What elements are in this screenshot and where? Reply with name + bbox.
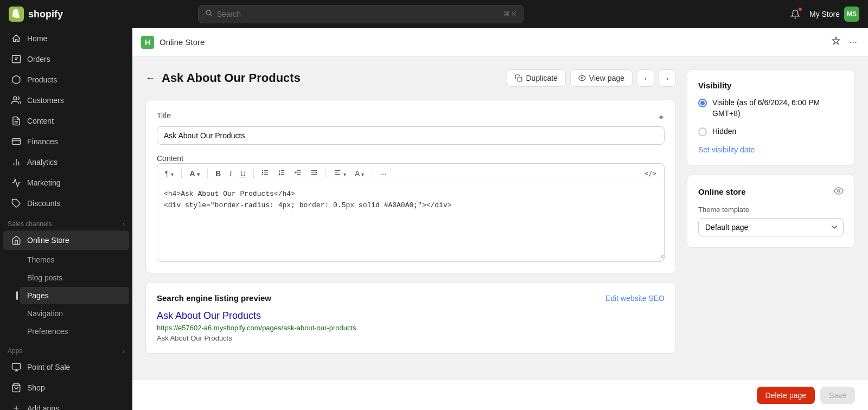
toolbar-ol-btn[interactable]	[275, 167, 289, 180]
sidebar-item-shop[interactable]: Shop	[3, 378, 129, 398]
page-header-actions: ···	[829, 34, 859, 50]
content-label: Content	[27, 117, 54, 125]
sidebar-item-discounts[interactable]: Discounts	[3, 194, 129, 213]
svg-point-2	[14, 97, 17, 100]
sidebar-item-online-store[interactable]: Online Store	[3, 230, 129, 250]
toolbar-italic-btn[interactable]: I	[226, 168, 235, 180]
title-row: Title ✦	[157, 111, 665, 123]
hidden-option[interactable]: Hidden	[698, 126, 844, 137]
sidebar: Home Orders Products Customers Content	[0, 28, 132, 410]
sidebar-item-products[interactable]: Products	[3, 70, 129, 89]
back-button[interactable]: ←	[145, 73, 155, 84]
toolbar-indent-more-btn[interactable]	[307, 167, 321, 180]
page-actions: Duplicate View page ‹ ›	[507, 69, 676, 87]
apps-chevron[interactable]: ›	[123, 347, 125, 355]
page-header-bar: H Online Store ···	[132, 28, 868, 56]
notification-button[interactable]	[787, 5, 804, 23]
shopify-logo: shopify	[9, 7, 63, 22]
products-icon	[11, 74, 22, 85]
edit-seo-button[interactable]: Edit website SEO	[605, 294, 665, 303]
finances-icon	[11, 136, 22, 147]
template-label: Theme template	[698, 206, 844, 214]
seo-preview-url: https://e57602-a6.myshopify.com/pages/as…	[157, 324, 665, 332]
orders-label: Orders	[27, 55, 50, 63]
visibility-title: Visibility	[698, 81, 844, 90]
sidebar-item-marketing[interactable]: Marketing	[3, 173, 129, 193]
duplicate-button[interactable]: Duplicate	[507, 69, 565, 87]
toolbar-sep-2	[207, 169, 208, 178]
visible-option[interactable]: Visible (as of 6/6/2024, 6:00 PM GMT+8)	[698, 98, 844, 119]
sidebar-item-pages[interactable]: Pages	[20, 287, 129, 304]
search-bar[interactable]: ⌘ K	[198, 5, 524, 23]
toolbar-bold-btn[interactable]: B	[212, 168, 224, 180]
marketing-label: Marketing	[27, 178, 60, 187]
prev-button[interactable]: ‹	[637, 69, 654, 87]
home-label: Home	[27, 34, 47, 43]
shop-icon	[11, 382, 22, 393]
visible-radio[interactable]	[698, 99, 707, 107]
sidebar-item-content[interactable]: Content	[3, 111, 129, 131]
toolbar-more-btn[interactable]: ···	[376, 168, 390, 180]
next-button[interactable]: ›	[659, 69, 676, 87]
add-apps-button[interactable]: + Add apps	[3, 399, 129, 410]
svg-point-8	[581, 77, 583, 79]
apps-label: Apps ›	[0, 341, 132, 357]
save-button[interactable]: Save	[820, 387, 855, 404]
more-options-button[interactable]: ···	[847, 34, 859, 50]
pin-button[interactable]	[829, 34, 843, 50]
online-store-card: Online store Theme template Default page…	[687, 175, 855, 248]
seo-header: Search engine listing preview Edit websi…	[157, 293, 665, 303]
toolbar-align-btn[interactable]: ▾	[330, 167, 349, 180]
hidden-label: Hidden	[712, 126, 736, 137]
content-area: ← Ask About Our Products Duplicate View …	[132, 56, 868, 380]
shop-label: Shop	[27, 383, 45, 392]
toolbar-format-btn[interactable]: ¶ ▾	[162, 168, 177, 180]
add-icon: +	[11, 403, 22, 410]
sidebar-item-blog-posts[interactable]: Blog posts	[20, 269, 129, 286]
set-visibility-link[interactable]: Set visibility date	[698, 145, 755, 154]
title-field-label: Title	[157, 111, 171, 120]
visibility-card: Visibility Visible (as of 6/6/2024, 6:00…	[687, 69, 855, 166]
content-editor[interactable]: <h4>Ask About Our Products</h4> <div sty…	[157, 183, 664, 259]
sidebar-item-analytics[interactable]: Analytics	[3, 152, 129, 172]
sidebar-item-finances[interactable]: Finances	[3, 132, 129, 151]
products-label: Products	[27, 75, 57, 84]
template-select[interactable]: Default page Contact FAQ About	[698, 218, 844, 236]
hidden-radio[interactable]	[698, 127, 707, 136]
toolbar-color-btn[interactable]: A ▾	[352, 168, 367, 180]
duplicate-label: Duplicate	[526, 74, 557, 82]
preferences-label: Preferences	[27, 327, 68, 336]
search-input[interactable]	[217, 10, 500, 18]
title-input[interactable]	[157, 126, 665, 145]
toolbar-sep-3	[253, 169, 254, 178]
sidebar-item-orders[interactable]: Orders	[3, 49, 129, 69]
svg-rect-7	[518, 77, 522, 81]
sidebar-item-navigation[interactable]: Navigation	[20, 305, 129, 322]
search-shortcut: ⌘ K	[503, 10, 516, 18]
main-content: H Online Store ··· ← Ask About Our Produ…	[132, 28, 868, 410]
view-page-label: View page	[589, 74, 624, 82]
page-header-title: Online Store	[159, 37, 205, 47]
toolbar-html-btn[interactable]: </>	[641, 168, 660, 179]
discounts-icon	[11, 198, 22, 209]
toolbar-ul-btn[interactable]	[258, 167, 272, 180]
toolbar-text-btn[interactable]: A ▾	[186, 168, 202, 180]
svg-point-13	[262, 172, 263, 172]
sidebar-item-themes[interactable]: Themes	[20, 251, 129, 268]
sidebar-item-customers[interactable]: Customers	[3, 91, 129, 110]
svg-rect-3	[12, 139, 21, 145]
page-title: Ask About Our Products	[162, 71, 301, 85]
sidebar-item-preferences[interactable]: Preferences	[20, 323, 129, 340]
editor-toolbar: ¶ ▾ A ▾ B I U	[157, 164, 664, 183]
editor-wrapper: ¶ ▾ A ▾ B I U	[157, 163, 665, 262]
sales-channels-chevron[interactable]: ›	[123, 220, 125, 228]
svg-rect-5	[12, 363, 21, 369]
seo-preview-title[interactable]: Ask About Our Products	[157, 310, 261, 321]
sidebar-item-home[interactable]: Home	[3, 29, 129, 48]
toolbar-indent-less-btn[interactable]	[291, 167, 305, 180]
toolbar-underline-btn[interactable]: U	[237, 168, 249, 180]
store-menu-button[interactable]: My Store MS	[809, 7, 859, 22]
delete-page-button[interactable]: Delete page	[757, 387, 815, 404]
view-page-button[interactable]: View page	[570, 69, 633, 87]
sidebar-item-point-of-sale[interactable]: Point of Sale	[3, 357, 129, 377]
